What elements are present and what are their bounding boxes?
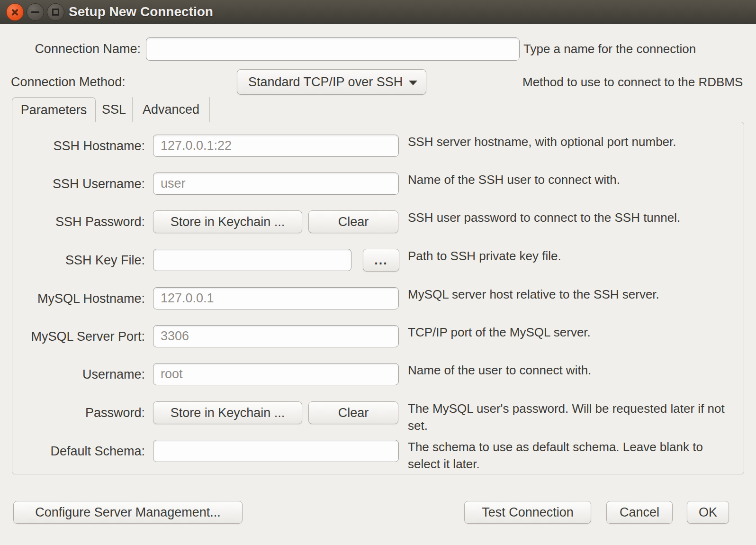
close-icon[interactable] (6, 3, 24, 21)
mysql-password-clear-button[interactable]: Clear (308, 401, 398, 424)
ssh-key-file-browse-button[interactable]: ... (363, 249, 399, 272)
form-row-ssh-password: SSH Password: Store in Keychain ... Clea… (12, 210, 745, 233)
username-input[interactable] (153, 363, 399, 385)
chevron-down-icon (409, 81, 417, 85)
mysql-port-input[interactable] (153, 325, 399, 347)
default-schema-label: Default Schema: (12, 440, 145, 463)
ssh-username-help: Name of the SSH user to connect with. (408, 171, 730, 188)
ok-button[interactable]: OK (687, 501, 729, 524)
form-row-mysql-hostname: MySQL Hostname: MySQL server host relati… (12, 287, 745, 310)
default-schema-input[interactable] (153, 440, 399, 462)
mysql-store-in-keychain-button[interactable]: Store in Keychain ... (153, 401, 302, 424)
window-title: Setup New Connection (69, 0, 213, 24)
ssh-password-label: SSH Password: (12, 210, 145, 233)
form-row-ssh-key-file: SSH Key File: ... Path to SSH private ke… (12, 249, 745, 272)
connection-name-input[interactable] (146, 37, 520, 61)
ssh-key-file-input[interactable] (153, 249, 351, 271)
password-label: Password: (12, 401, 145, 424)
ssh-hostname-input[interactable] (153, 135, 399, 157)
ssh-password-help: SSH user password to connect to the SSH … (408, 209, 730, 226)
mysql-hostname-help: MySQL server host relative to the SSH se… (408, 286, 730, 303)
titlebar[interactable]: Setup New Connection (0, 0, 756, 24)
username-label: Username: (12, 363, 145, 386)
ssh-store-in-keychain-button[interactable]: Store in Keychain ... (153, 210, 302, 233)
connection-method-label: Connection Method: (11, 69, 126, 95)
test-connection-button[interactable]: Test Connection (464, 501, 591, 524)
ssh-key-file-label: SSH Key File: (12, 249, 145, 272)
ssh-hostname-help: SSH server hostname, with optional port … (408, 133, 730, 150)
minimize-icon[interactable] (27, 3, 44, 21)
default-schema-help: The schema to use as default schema. Lea… (408, 438, 730, 472)
mysql-hostname-label: MySQL Hostname: (12, 287, 145, 310)
connection-name-help: Type a name for the connection (523, 37, 696, 61)
form-row-mysql-port: MySQL Server Port: TCP/IP port of the My… (12, 325, 745, 348)
setup-new-connection-dialog: Setup New Connection Connection Name: Ty… (0, 0, 756, 545)
mysql-port-label: MySQL Server Port: (12, 325, 145, 348)
ssh-hostname-label: SSH Hostname: (12, 135, 145, 157)
form-row-ssh-username: SSH Username: Name of the SSH user to co… (12, 173, 745, 195)
form-row-username: Username: Name of the user to connect wi… (12, 363, 745, 386)
cancel-button[interactable]: Cancel (606, 501, 673, 524)
ssh-username-label: SSH Username: (12, 173, 145, 195)
tab-ssl[interactable]: SSL (96, 97, 133, 122)
ssh-key-file-help: Path to SSH private key file. (408, 247, 730, 264)
mysql-hostname-input[interactable] (153, 287, 399, 309)
mysql-port-help: TCP/IP port of the MySQL server. (408, 324, 730, 341)
username-help: Name of the user to connect with. (408, 362, 730, 379)
password-help: The MySQL user's password. Will be reque… (408, 400, 730, 434)
parameters-panel: SSH Hostname: SSH server hostname, with … (12, 122, 744, 474)
form-row-ssh-hostname: SSH Hostname: SSH server hostname, with … (12, 135, 745, 157)
tab-parameters[interactable]: Parameters (12, 97, 96, 122)
connection-method-value: Standard TCP/IP over SSH (248, 75, 403, 89)
ssh-username-input[interactable] (153, 173, 399, 195)
ssh-password-clear-button[interactable]: Clear (308, 210, 398, 233)
maximize-icon[interactable] (47, 3, 64, 21)
connection-name-label: Connection Name: (0, 37, 141, 61)
tab-advanced[interactable]: Advanced (133, 97, 210, 122)
form-row-password: Password: Store in Keychain ... Clear Th… (12, 401, 745, 424)
connection-method-select[interactable]: Standard TCP/IP over SSH (237, 69, 426, 95)
form-row-default-schema: Default Schema: The schema to use as def… (12, 440, 745, 463)
connection-method-help: Method to use to connect to the RDBMS (522, 69, 743, 95)
configure-server-management-button[interactable]: Configure Server Management... (13, 501, 243, 524)
